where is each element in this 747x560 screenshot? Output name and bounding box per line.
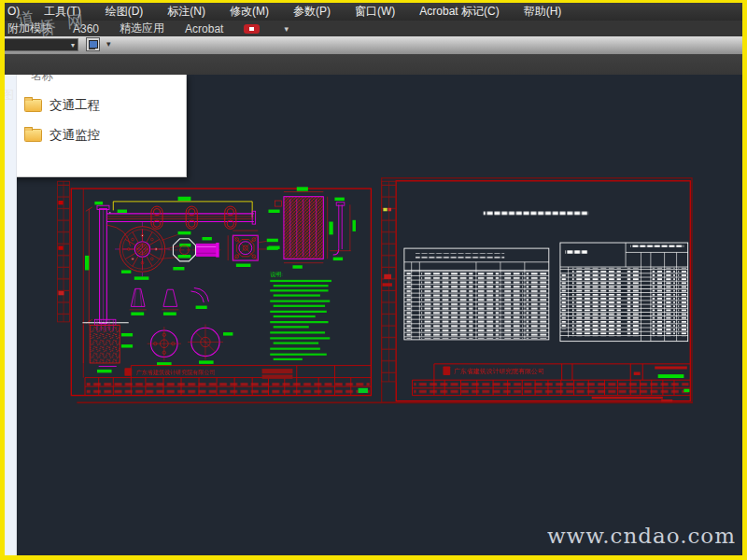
- menu-item-draw[interactable]: 绘图(D): [106, 4, 144, 20]
- tab-a360[interactable]: A360: [73, 22, 99, 35]
- border-left: [0, 0, 5, 560]
- flange-detail: [115, 222, 190, 280]
- menu-bar: O) 工具(T) 绘图(D) 标注(N) 修改(M) 参数(P) 窗口(W) A…: [0, 2, 747, 21]
- folder-label: 交通工程: [49, 97, 100, 114]
- folder-item-traffic-monitoring[interactable]: 交通监控: [24, 125, 178, 146]
- left-title-block: 广东省建筑设计研究院有限公司: [85, 366, 371, 396]
- border-right: [742, 0, 747, 560]
- sheet-title-text: [484, 210, 589, 217]
- model-space[interactable]: 说明:: [0, 75, 747, 555]
- menu-item-tools[interactable]: 工具(T): [44, 4, 80, 20]
- material-table-left: [404, 248, 549, 340]
- folder-icon: [24, 129, 42, 142]
- notes-block: 说明:: [270, 272, 331, 361]
- menu-item-window[interactable]: 窗口(W): [355, 4, 395, 20]
- chevron-down-icon[interactable]: ▾: [106, 39, 111, 49]
- toolbar: ▾ ▾: [0, 36, 747, 54]
- record-icon[interactable]: [244, 24, 260, 34]
- chevron-down-icon[interactable]: ▾: [71, 41, 75, 49]
- chevron-down-icon[interactable]: ▾: [284, 24, 289, 34]
- right-sheet: 广东省建筑设计研究院有限公司: [382, 178, 692, 403]
- notes-title: 说明:: [270, 272, 283, 278]
- cad-drawing: 说明:: [0, 75, 747, 555]
- company-name: 广东省建筑设计研究院有限公司: [136, 369, 216, 376]
- menu-item-acrobat-marks[interactable]: Acrobat 标记(C): [419, 4, 499, 20]
- folder-item-traffic-engineering[interactable]: 交通工程: [24, 95, 178, 116]
- foundation-detail: [268, 187, 332, 268]
- folder-icon: [24, 99, 42, 112]
- material-table-right: [560, 243, 688, 342]
- ribbon-panel-area: [0, 54, 747, 75]
- pole-section-detail: [168, 237, 221, 270]
- tab-addins[interactable]: 附加模块: [7, 21, 52, 36]
- workspace-switch-button[interactable]: [86, 37, 100, 51]
- ribbon-tab-row: 附加模块 A360 精选应用 Acrobat ▾: [0, 21, 747, 36]
- menu-item-partial[interactable]: O): [7, 5, 20, 18]
- menu-item-dimension[interactable]: 标注(N): [167, 4, 205, 20]
- right-title-block: 广东省建筑设计研究院有限公司: [413, 364, 691, 402]
- workspace-combo[interactable]: ▾: [4, 38, 78, 51]
- border-top: [0, 0, 747, 3]
- tab-featured-apps[interactable]: 精选应用: [120, 21, 164, 36]
- bolt-circle-details: [148, 324, 233, 365]
- company-name: 广东省建筑设计研究院有限公司: [454, 368, 544, 375]
- border-bottom: [0, 555, 747, 560]
- tab-acrobat[interactable]: Acrobat: [185, 22, 223, 35]
- menu-item-help[interactable]: 帮助(H): [524, 4, 562, 20]
- menu-item-modify[interactable]: 修改(M): [230, 4, 269, 20]
- gusset-details: [130, 288, 209, 315]
- menu-item-parametric[interactable]: 参数(P): [293, 4, 331, 20]
- folder-label: 交通监控: [49, 127, 100, 144]
- arm-clamps: [151, 206, 236, 229]
- arrow-icon: [89, 48, 95, 49]
- anchor-bolt-detail: [330, 198, 356, 261]
- pole-base-foundation: [82, 319, 133, 372]
